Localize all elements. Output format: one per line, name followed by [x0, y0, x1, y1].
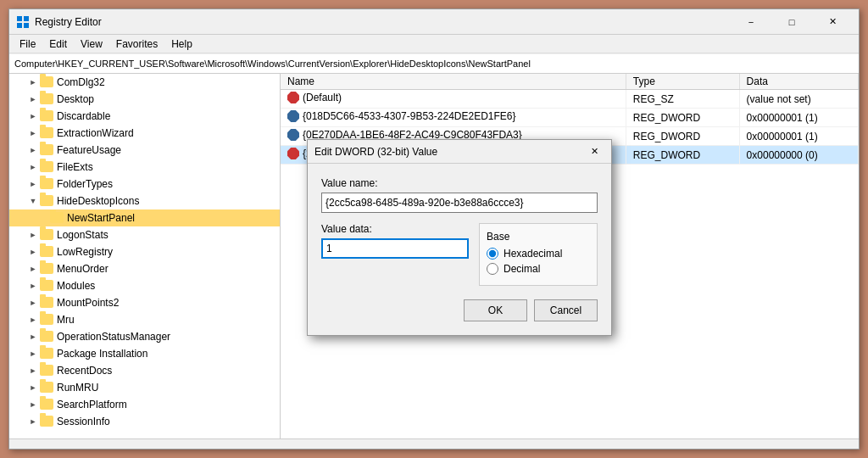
folder-icon: [40, 229, 53, 241]
toggle-icon: ▼: [26, 194, 40, 208]
tree-label: NewStartPanel: [67, 212, 135, 224]
tree-label: RecentDocs: [57, 365, 112, 377]
value-data-input[interactable]: [321, 238, 469, 259]
tree-label: Desktop: [57, 93, 94, 105]
tree-item-modules[interactable]: ► Modules: [9, 277, 280, 294]
col-name[interactable]: Name: [281, 74, 626, 90]
tree-label: FileExts: [57, 161, 93, 173]
folder-icon: [40, 263, 53, 275]
tree-item-recentdocs[interactable]: ► RecentDocs: [9, 362, 280, 379]
tree-item-fileexts[interactable]: ► FileExts: [9, 159, 280, 176]
tree-item-hidedesktopicons[interactable]: ▼ HideDesktopIcons: [9, 193, 280, 209]
folder-icon: [40, 195, 53, 207]
tree-label: FolderTypes: [57, 178, 113, 190]
table-row[interactable]: {018D5C66-4533-4307-9B53-224DE2ED1FE6} R…: [281, 109, 859, 127]
tree-item-featureusage[interactable]: ► FeatureUsage: [9, 142, 280, 159]
tree-item-comdlg32[interactable]: ► ComDlg32: [9, 74, 280, 91]
radio-decimal[interactable]: Decimal: [487, 263, 590, 275]
value-data-field: Value data:: [321, 223, 469, 259]
tree-item-mountpoints2[interactable]: ► MountPoints2: [9, 294, 280, 311]
radio-dec-label: Decimal: [504, 263, 540, 275]
window-controls: − □ ✕: [732, 10, 852, 34]
reg-icon: [287, 129, 299, 141]
menu-favorites[interactable]: Favorites: [109, 36, 164, 52]
tree-item-foldertypes[interactable]: ► FolderTypes: [9, 176, 280, 193]
toggle-icon: ►: [26, 381, 40, 394]
folder-icon: [40, 399, 53, 411]
tree-label: HideDesktopIcons: [57, 195, 139, 207]
value-name-input[interactable]: [321, 193, 598, 213]
toggle-icon: ►: [26, 126, 40, 140]
tree-item-mru[interactable]: ► Mru: [9, 311, 280, 328]
tree-item-newstartpanel[interactable]: NewStartPanel: [9, 209, 280, 226]
col-type[interactable]: Type: [626, 74, 739, 90]
dialog-body: Value name: Value data: Base Hexadecimal: [308, 164, 611, 335]
tree-item-searchplatform[interactable]: ► SearchPlatform: [9, 396, 280, 413]
folder-icon: [40, 127, 53, 139]
tree-label: ExtractionWizard: [57, 127, 134, 139]
radio-hex-label: Hexadecimal: [504, 248, 562, 260]
menu-edit[interactable]: Edit: [42, 36, 74, 52]
cell-type: REG_SZ: [626, 90, 739, 109]
close-button[interactable]: ✕: [813, 10, 852, 34]
cell-type: REG_DWORD: [626, 109, 739, 127]
svg-rect-2: [17, 23, 22, 28]
toggle-icon: ►: [26, 398, 40, 411]
tree-item-packageinstallation[interactable]: ► Package Installation: [9, 345, 280, 362]
cancel-button[interactable]: Cancel: [534, 299, 598, 321]
row-icon: (Default): [287, 92, 342, 103]
toggle-icon: ►: [26, 160, 40, 174]
folder-icon: [40, 246, 53, 258]
radio-dec-input[interactable]: [487, 263, 498, 275]
cell-name: {018D5C66-4533-4307-9B53-224DE2ED1FE6}: [281, 109, 626, 127]
tree-item-discardable[interactable]: ► Discardable: [9, 108, 280, 125]
col-data[interactable]: Data: [739, 74, 858, 90]
tree-item-operationstatusmanager[interactable]: ► OperationStatusManager: [9, 328, 280, 345]
folder-icon: [40, 110, 53, 122]
cell-name: (Default): [281, 90, 626, 109]
folder-icon: [40, 331, 53, 343]
tree-label: Mru: [57, 314, 75, 326]
cell-type: REG_DWORD: [626, 146, 739, 165]
folder-icon: [40, 144, 53, 156]
tree-label: RunMRU: [57, 382, 98, 394]
tree-item-lowregistry[interactable]: ► LowRegistry: [9, 243, 280, 260]
reg-icon: [287, 92, 299, 103]
tree-item-sessioninfo[interactable]: ► SessionInfo: [9, 413, 280, 430]
dialog-close-button[interactable]: ✕: [584, 142, 604, 161]
cell-data: 0x00000001 (1): [739, 127, 858, 146]
toggle-icon: ►: [26, 228, 40, 242]
dialog-title-bar: Edit DWORD (32-bit) Value ✕: [308, 140, 611, 164]
tree-item-extractionwizard[interactable]: ► ExtractionWizard: [9, 125, 280, 142]
minimize-button[interactable]: −: [732, 10, 771, 34]
base-label: Base: [487, 231, 590, 243]
tree-panel[interactable]: ► ComDlg32 ► Desktop ► Discardable ► Ext…: [9, 74, 281, 438]
svg-rect-3: [24, 23, 29, 28]
dialog-title: Edit DWORD (32-bit) Value: [314, 146, 584, 158]
tree-item-logonstats[interactable]: ► LogonStats: [9, 226, 280, 243]
folder-icon: [40, 382, 53, 394]
tree-item-menuorder[interactable]: ► MenuOrder: [9, 260, 280, 277]
menu-view[interactable]: View: [74, 36, 109, 52]
menu-file[interactable]: File: [13, 36, 42, 52]
folder-icon: [40, 280, 53, 292]
tree-label: SearchPlatform: [57, 399, 127, 411]
tree-label: Modules: [57, 280, 95, 292]
tree-item-runmru[interactable]: ► RunMRU: [9, 379, 280, 396]
folder-icon: [50, 212, 64, 224]
bottom-scrollbar: [9, 438, 859, 449]
ok-button[interactable]: OK: [464, 299, 527, 321]
menu-help[interactable]: Help: [164, 36, 199, 52]
table-row[interactable]: (Default) REG_SZ (value not set): [281, 90, 859, 109]
tree-item-desktop[interactable]: ► Desktop: [9, 91, 280, 108]
address-text: Computer\HKEY_CURRENT_USER\Software\Micr…: [14, 59, 531, 69]
radio-hex-input[interactable]: [487, 248, 498, 260]
radio-hexadecimal[interactable]: Hexadecimal: [487, 248, 590, 260]
cell-type: REG_DWORD: [626, 127, 739, 146]
folder-icon: [40, 416, 53, 427]
maximize-button[interactable]: □: [772, 10, 811, 34]
folder-icon: [40, 178, 53, 190]
toggle-icon: ►: [26, 279, 40, 293]
base-group: Base Hexadecimal Decimal: [479, 223, 598, 286]
toggle-icon: ►: [26, 92, 40, 106]
